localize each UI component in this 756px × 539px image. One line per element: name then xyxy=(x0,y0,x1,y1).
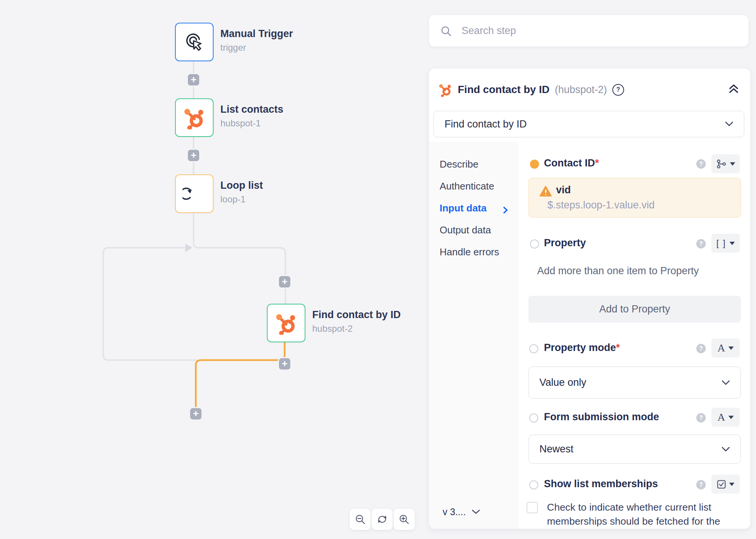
action-select[interactable]: Find contact by ID xyxy=(434,111,744,137)
zoom-out-button[interactable] xyxy=(350,509,371,530)
chevron-down-icon xyxy=(472,509,480,514)
hubspot-icon xyxy=(274,311,298,335)
input-data-form: Contact ID* ? xyxy=(519,142,750,529)
mapped-value-path: $.steps.loop-1.value.vid xyxy=(547,199,655,211)
field-status-dot xyxy=(529,480,538,489)
zoom-out-icon xyxy=(354,513,367,526)
text-type-icon: A xyxy=(717,411,725,423)
field-status-dot xyxy=(530,160,539,169)
node-subtitle: trigger xyxy=(220,42,246,53)
tab-describe[interactable]: Describe xyxy=(429,153,519,175)
chevron-right-icon xyxy=(503,205,508,216)
add-step-button[interactable]: + xyxy=(188,150,199,161)
reset-zoom-button[interactable] xyxy=(372,509,393,530)
node-title: Find contact by ID xyxy=(312,309,401,321)
caret-down-icon xyxy=(729,483,734,486)
refresh-icon xyxy=(376,513,389,526)
mapped-value-name: vid xyxy=(556,184,571,196)
node-loop-list[interactable] xyxy=(175,174,214,213)
checkbox-type-icon xyxy=(717,480,726,489)
chevron-down-icon xyxy=(722,380,730,385)
zoom-in-button[interactable] xyxy=(393,509,415,530)
tab-input-data[interactable]: Input data xyxy=(429,197,519,219)
field-status-dot xyxy=(529,413,538,423)
field-label-property-mode: Property mode* xyxy=(544,342,620,354)
field-status-dot xyxy=(529,344,538,353)
panel-title: Find contact by ID xyxy=(458,84,550,96)
step-subnav: Describe Authenticate Input data Output … xyxy=(429,142,519,529)
node-subtitle: hubspot-2 xyxy=(312,323,353,334)
help-icon[interactable]: ? xyxy=(696,239,706,249)
node-title: Manual Trigger xyxy=(220,28,293,40)
node-title: List contacts xyxy=(220,104,284,115)
node-find-contact[interactable] xyxy=(267,304,305,342)
chevron-down-icon xyxy=(722,447,730,452)
field-label-contact-id: Contact ID* xyxy=(544,157,599,169)
mapping-branch-icon xyxy=(716,159,727,169)
node-manual-trigger[interactable] xyxy=(175,23,214,61)
field-label-property: Property xyxy=(544,237,586,249)
tab-output-data[interactable]: Output data xyxy=(429,219,519,241)
help-icon[interactable]: ? xyxy=(696,413,706,423)
node-subtitle: loop-1 xyxy=(220,194,246,205)
search-input[interactable] xyxy=(461,25,737,37)
help-icon[interactable]: ? xyxy=(696,344,706,353)
action-select-value: Find contact by ID xyxy=(445,118,527,130)
node-title: Loop list xyxy=(220,180,263,191)
help-icon[interactable]: ? xyxy=(612,84,624,96)
canvas-zoom-toolbar xyxy=(350,509,415,530)
chevrons-up-icon xyxy=(728,84,739,94)
contact-id-mapped-value[interactable]: vid $.steps.loop-1.value.vid xyxy=(528,178,741,217)
node-subtitle: hubspot-1 xyxy=(220,118,261,129)
help-icon[interactable]: ? xyxy=(696,159,706,169)
show-list-memberships-description: Check to indicate whether current list m… xyxy=(547,500,744,529)
field-type-selector-form-submission[interactable]: A xyxy=(711,408,740,427)
step-config-panel: Find contact by ID (hubspot-2) ? Find co… xyxy=(429,68,750,529)
caret-down-icon xyxy=(730,162,735,166)
tab-handle-errors[interactable]: Handle errors xyxy=(429,241,519,263)
manual-trigger-icon xyxy=(183,30,206,54)
field-type-selector-show-list[interactable] xyxy=(711,475,740,494)
property-helper-text: Add more than one item to Property xyxy=(537,265,699,277)
add-to-property-button[interactable]: Add to Property xyxy=(528,296,741,323)
caret-down-icon xyxy=(728,416,734,419)
zoom-in-icon xyxy=(398,513,411,526)
form-submission-mode-select[interactable]: Newest xyxy=(528,435,741,464)
add-step-button[interactable]: + xyxy=(279,276,290,287)
property-mode-select[interactable]: Value only xyxy=(528,367,741,399)
add-step-button[interactable]: + xyxy=(188,74,199,85)
field-type-selector-property-mode[interactable]: A xyxy=(711,339,740,357)
collapse-panel-button[interactable] xyxy=(728,84,739,95)
array-brackets-icon: [ ] xyxy=(716,238,726,249)
field-label-show-list-memberships: Show list memberships xyxy=(544,478,658,490)
panel-step-id: (hubspot-2) xyxy=(555,84,607,96)
hubspot-icon xyxy=(438,82,452,97)
version-selector[interactable]: v 3.... xyxy=(443,506,480,517)
node-list-contacts[interactable] xyxy=(175,98,214,137)
text-type-icon: A xyxy=(717,342,725,354)
version-label: v 3.... xyxy=(443,506,466,517)
field-type-selector-contact-id[interactable] xyxy=(711,154,740,173)
step-search-bar xyxy=(429,15,748,47)
help-icon[interactable]: ? xyxy=(696,480,706,489)
field-type-selector-property[interactable]: [ ] xyxy=(711,234,740,253)
warning-icon xyxy=(539,186,552,199)
tab-authenticate[interactable]: Authenticate xyxy=(429,175,519,197)
field-label-form-submission-mode: Form submission mode xyxy=(544,411,659,423)
search-icon xyxy=(440,25,452,37)
field-status-dot xyxy=(530,239,539,249)
panel-header: Find contact by ID (hubspot-2) ? xyxy=(429,68,750,103)
chevron-down-icon xyxy=(725,121,733,127)
loop-icon xyxy=(183,182,206,205)
add-step-button[interactable]: + xyxy=(190,408,201,419)
caret-down-icon xyxy=(728,346,734,350)
hubspot-icon xyxy=(183,106,206,129)
add-step-button[interactable]: + xyxy=(279,358,290,370)
show-list-memberships-checkbox[interactable] xyxy=(527,502,538,513)
caret-down-icon xyxy=(730,242,735,245)
